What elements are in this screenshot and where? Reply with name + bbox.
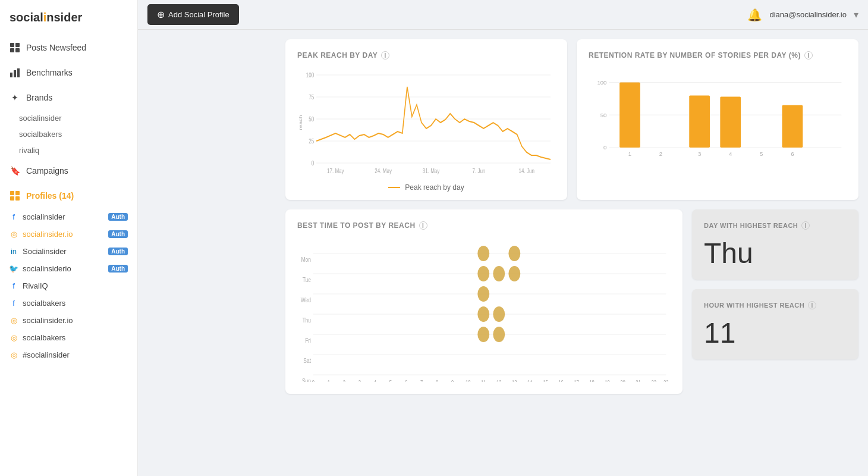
sidebar-item-label: Posts Newsfeed: [26, 43, 86, 52]
instagram-icon: ◎: [10, 230, 18, 239]
svg-text:reach: reach: [298, 115, 303, 130]
bubble: [477, 306, 489, 322]
day-highest-reach-card: DAY WITH HIGHEST REACH i Thu: [692, 209, 858, 280]
bell-icon[interactable]: 🔔: [747, 8, 762, 22]
auth-badge: Auth: [108, 213, 128, 221]
svg-text:14: 14: [527, 380, 533, 382]
profile-item-p1[interactable]: f socialinsider Auth: [0, 208, 137, 226]
sidebar-item-label: Benchmarks: [26, 68, 73, 77]
peak-reach-legend: Peak reach by day: [297, 183, 555, 192]
profile-item-p5[interactable]: f RivalIQ: [0, 277, 137, 295]
profile-item-p4[interactable]: 🐦 socialinsiderio Auth: [0, 260, 137, 277]
sidebar-brand-rivaliq[interactable]: rivaliq: [0, 142, 137, 158]
svg-text:Fri: Fri: [305, 337, 311, 344]
svg-text:7. Jun: 7. Jun: [472, 168, 485, 174]
svg-text:Mon: Mon: [301, 256, 311, 263]
retention-rate-title: RETENTION RATE BY NUMBER OF STORIES PER …: [589, 51, 847, 60]
svg-text:2: 2: [659, 151, 662, 157]
instagram-icon: ◎: [10, 334, 18, 342]
svg-rect-1: [15, 43, 20, 47]
sidebar-item-campaigns[interactable]: 🔖 Campaigns: [0, 158, 137, 183]
svg-rect-6: [17, 68, 20, 77]
retention-info-icon[interactable]: i: [804, 51, 813, 60]
user-email[interactable]: diana@socialinsider.io: [769, 10, 847, 19]
topbar-right: 🔔 diana@socialinsider.io ▾: [747, 8, 858, 22]
profile-item-p6[interactable]: f socialbakers: [0, 295, 137, 312]
bubble: [477, 246, 489, 261]
facebook-icon: f: [10, 213, 18, 221]
svg-text:75: 75: [309, 94, 314, 101]
auth-badge: Auth: [108, 230, 128, 238]
svg-text:5: 5: [760, 151, 763, 157]
svg-text:1: 1: [628, 151, 631, 157]
best-time-info-icon[interactable]: i: [419, 221, 427, 230]
sidebar-item-profiles[interactable]: Profiles (14): [0, 183, 137, 208]
profile-item-p2[interactable]: ◎ socialinsider.io Auth: [0, 226, 137, 243]
peak-reach-title: PEAK REACH BY DAY i: [297, 51, 555, 60]
day-highest-reach-value: Thu: [704, 239, 847, 268]
sidebar-item-posts-newsfeed[interactable]: Posts Newsfeed: [0, 35, 137, 60]
svg-text:17: 17: [574, 380, 579, 382]
instagram-icon: ◎: [10, 317, 18, 325]
facebook-icon: f: [10, 282, 18, 290]
profile-name: socialbakers: [23, 299, 65, 308]
hour-reach-info-icon[interactable]: i: [808, 301, 816, 309]
main-content: PEAK REACH BY DAY i 100 75 50 25 0: [276, 30, 868, 476]
retention-rate-chart: 100 50 0 1 2 3: [589, 69, 847, 188]
svg-rect-33: [619, 83, 640, 148]
retention-rate-card: RETENTION RATE BY NUMBER OF STORIES PER …: [577, 39, 858, 200]
svg-text:0: 0: [603, 144, 606, 151]
profile-item-p8[interactable]: ◎ socialbakers: [0, 329, 137, 346]
bubble: [477, 266, 489, 281]
profile-item-p9[interactable]: ◎ #socialinsider: [0, 346, 137, 364]
twitter-icon: 🐦: [10, 265, 18, 273]
svg-text:3: 3: [698, 151, 701, 157]
sidebar-item-label: Campaigns: [26, 166, 68, 176]
svg-text:22: 22: [651, 380, 656, 382]
svg-text:3: 3: [358, 380, 361, 382]
grid-icon: [10, 42, 20, 53]
profile-name: RivalIQ: [23, 281, 48, 290]
profile-name: socialinsider.io: [23, 316, 73, 325]
profile-name: socialinsiderio: [23, 264, 71, 273]
plus-icon: ⊕: [157, 9, 165, 20]
day-reach-info-icon[interactable]: i: [801, 221, 810, 230]
bubble: [477, 286, 489, 302]
svg-text:Wed: Wed: [301, 296, 311, 303]
svg-rect-9: [10, 196, 14, 201]
sidebar-brand-socialbakers[interactable]: socialbakers: [0, 126, 137, 142]
dropdown-icon[interactable]: ▾: [854, 9, 858, 20]
peak-reach-info-icon[interactable]: i: [381, 51, 389, 60]
svg-text:1: 1: [328, 380, 330, 382]
svg-rect-5: [14, 70, 16, 77]
sidebar-item-brands[interactable]: ✦ Brands: [0, 85, 137, 110]
peak-reach-chart: 100 75 50 25 0 reach 17. May 24. May 31.…: [297, 69, 555, 188]
svg-rect-34: [689, 95, 710, 147]
svg-text:21: 21: [636, 380, 641, 382]
svg-text:13: 13: [512, 380, 517, 382]
profiles-icon: [10, 190, 20, 201]
add-profile-label: Add Social Profile: [168, 10, 229, 19]
svg-text:50: 50: [600, 112, 607, 118]
svg-text:2: 2: [343, 380, 345, 382]
legend-label: Peak reach by day: [405, 183, 464, 192]
sidebar-brand-socialinsider[interactable]: socialinsider: [0, 110, 137, 126]
add-profile-button[interactable]: ⊕ Add Social Profile: [147, 4, 239, 25]
svg-text:19: 19: [605, 380, 610, 382]
svg-text:24. May: 24. May: [375, 168, 392, 174]
profile-item-p7[interactable]: ◎ socialinsider.io: [0, 312, 137, 329]
charts-row: PEAK REACH BY DAY i 100 75 50 25 0: [285, 39, 858, 200]
bar-chart-icon: [10, 67, 20, 78]
svg-text:23: 23: [663, 380, 669, 382]
svg-text:25: 25: [309, 138, 314, 145]
profile-item-p3[interactable]: in Socialinsider Auth: [0, 243, 137, 260]
logo: socialinsider: [0, 0, 137, 35]
svg-rect-4: [10, 73, 12, 77]
bookmark-icon: 🔖: [10, 165, 20, 176]
svg-text:100: 100: [306, 72, 314, 79]
svg-text:10: 10: [466, 380, 471, 382]
facebook-icon: f: [10, 299, 18, 308]
svg-text:Sat: Sat: [303, 357, 311, 364]
peak-reach-card: PEAK REACH BY DAY i 100 75 50 25 0: [285, 39, 567, 200]
sidebar-item-benchmarks[interactable]: Benchmarks: [0, 60, 137, 85]
